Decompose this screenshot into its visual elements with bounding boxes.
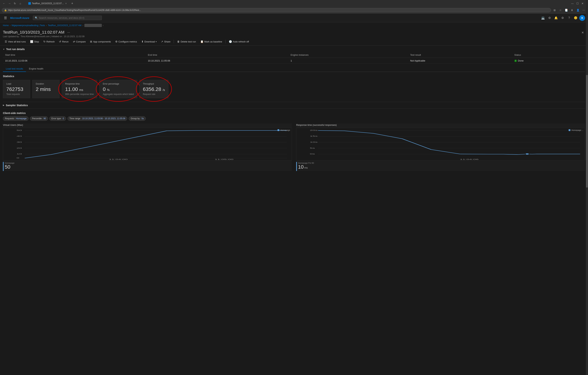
tab-nav: Load test results Engine health	[3, 66, 585, 72]
favorites-button[interactable]: ☆	[558, 8, 563, 13]
test-run-details-header[interactable]: ▼ Test run details	[3, 45, 585, 52]
filter-requests[interactable]: Requests : Homepage	[3, 116, 29, 121]
tab-load-test-results[interactable]: Load test results	[3, 66, 26, 72]
settings-button[interactable]: ⚙	[560, 15, 566, 21]
tab-close-button[interactable]: ✕	[65, 2, 67, 5]
sampler-label: Sampler Statistics	[6, 104, 28, 107]
collections-button[interactable]: 📑	[564, 8, 569, 13]
breadcrumb-blur: hidden	[84, 24, 102, 27]
reload-button[interactable]: ↻	[13, 1, 17, 6]
refresh-icon: ↻	[43, 40, 46, 43]
response-time-legend: Homepage ...	[568, 129, 583, 131]
response-time-metric-item: Homepage Pct 90 10 ms	[296, 162, 314, 171]
metric-label: Homepage	[5, 162, 14, 164]
action-toolbar: ☰ View all test runs ⬜ Stop ↻ Refresh ↺ …	[0, 38, 588, 45]
filter-time-range[interactable]: Time range : 10.10.2023, 11:03:06 - 10.1…	[67, 116, 127, 121]
global-search-bar[interactable]: 🔍	[33, 16, 102, 20]
table-row: 10.10.2023, 11:03:06 10.10.2023, 11:05:0…	[3, 58, 585, 64]
lock-icon: 🔒	[4, 9, 7, 11]
metric-unit-response: ms	[304, 166, 308, 169]
menu-button[interactable]: ☰	[3, 15, 8, 21]
filter-pills: Requests : Homepage Percentile : 90 Erro…	[3, 116, 585, 121]
new-tab-button[interactable]: +	[70, 1, 74, 6]
stat-card-error-percentage: Error percentage 0 % Aggregate requests …	[99, 80, 137, 98]
download-button[interactable]: ⬇	[569, 8, 575, 13]
breadcrumb: Home › fidgepowerproxyloadtesting | Test…	[0, 22, 588, 29]
response-time-chart-container: Response time (successful responses) Hom…	[296, 124, 585, 171]
view-all-button[interactable]: ☰ View all test runs	[3, 39, 28, 44]
stats-cards: Load 762753 Total requests Duration 2 mi…	[3, 80, 585, 98]
clock-icon: 🕐	[229, 40, 232, 43]
refresh-button[interactable]: ↻ Refresh	[42, 39, 57, 44]
more-options-button[interactable]: ⋯	[581, 8, 586, 13]
page-header: TestRun_10/10/2023_11:02:07 AM ··· Last …	[0, 29, 588, 38]
tab-favicon	[28, 2, 31, 5]
maximize-button[interactable]: ☐	[575, 1, 580, 6]
error-percentage-value: 0 %	[103, 86, 134, 92]
breadcrumb-sep-3: ›	[83, 24, 83, 27]
page-more-options-button[interactable]: ···	[66, 30, 71, 35]
svg-text:40: 40	[17, 135, 22, 137]
tab-bar: TestRun_10/10/2023_11:02:07 AM ✕ +	[24, 1, 569, 6]
load-sub: Total requests	[6, 93, 27, 96]
window-close-button[interactable]: ✕	[580, 1, 585, 6]
engine-instances-value: 1	[288, 58, 408, 64]
svg-point-24	[525, 153, 529, 155]
feedback-button[interactable]: 😊	[573, 15, 578, 21]
stop-button[interactable]: ⬜ Stop	[28, 39, 41, 44]
breadcrumb-home[interactable]: Home	[3, 24, 9, 27]
stat-card-throughput: Throughput 6356.28 /s Request rate	[139, 80, 168, 98]
extensions-button[interactable]: ⊞	[552, 8, 557, 13]
browser-chrome: ← → ↻ ⌂ TestRun_10/10/2023_11:02:07 AM ✕…	[0, 0, 588, 14]
home-button[interactable]: ⌂	[18, 1, 22, 6]
page-close-button[interactable]: ✕	[580, 30, 585, 35]
download-button[interactable]: ⬇ Download ▾	[140, 39, 159, 44]
mark-baseline-button[interactable]: 📋 Mark as baseline	[199, 39, 224, 44]
main-content: ▼ Test run details Start time End time E…	[0, 45, 588, 171]
delete-button[interactable]: 🗑 Delete test run	[175, 39, 198, 44]
tab-engine-health[interactable]: Engine health	[26, 66, 46, 72]
browser-controls: ← → ↻ ⌂	[2, 1, 22, 6]
filter-group-by[interactable]: Group by : 5s	[129, 116, 146, 121]
throughput-label: Throughput	[143, 83, 165, 85]
forward-button[interactable]: →	[7, 1, 12, 6]
breadcrumb-arrow: ›	[103, 24, 104, 27]
virtual-users-legend: Homepage	[277, 129, 290, 131]
col-status: Status	[512, 52, 585, 58]
status-value: ✓ Done	[512, 58, 585, 64]
compare-button[interactable]: ⇄ Compare	[71, 39, 87, 44]
active-tab[interactable]: TestRun_10/10/2023_11:02:07 AM ✕	[26, 1, 69, 6]
collapse-icon: ▼	[3, 48, 5, 50]
app-components-button[interactable]: ⊞ App components	[88, 39, 113, 44]
user-avatar[interactable]: B	[579, 15, 585, 21]
portal-settings-button[interactable]: ⚙	[547, 15, 552, 21]
duration-label: Duration	[36, 83, 56, 85]
svg-text:0s: 0s	[310, 153, 315, 155]
back-button[interactable]: ←	[2, 1, 6, 6]
azure-topnav: ☰ Microsoft Azure 🔍 💻 ⚙ 🔔 ⚙ ? 😊 B	[0, 14, 588, 22]
col-start-time: Start time	[3, 52, 146, 58]
profile-button[interactable]: 👤	[575, 8, 580, 13]
cloud-shell-button[interactable]: 💻	[540, 15, 546, 21]
scrollbar-thumb[interactable]	[586, 75, 588, 188]
help-button[interactable]: ?	[566, 15, 572, 21]
rerun-button[interactable]: ↺ Rerun	[57, 39, 70, 44]
col-engine-instances: Engine instances	[288, 52, 408, 58]
filter-percentile[interactable]: Percentile : 90	[30, 116, 48, 121]
address-bar[interactable]: 🔒 https://portal.azure.com/#view/Microso…	[2, 8, 551, 12]
minimize-button[interactable]: —	[570, 1, 575, 6]
breadcrumb-tests[interactable]: fidgepowerproxyloadtesting | Tests	[12, 24, 45, 27]
metric-bar-response	[296, 162, 297, 171]
response-time-sub: 90th percentile response time	[65, 93, 94, 96]
breadcrumb-run[interactable]: TestRun_10/10/2023_11:02:07 AM	[48, 24, 82, 27]
sampler-statistics-header[interactable]: ▶ Sampler Statistics	[3, 102, 585, 109]
rerun-icon: ↺	[59, 40, 61, 43]
global-search-input[interactable]	[39, 17, 100, 19]
share-button[interactable]: ↗ Share	[159, 39, 172, 44]
auto-refresh-button[interactable]: 🕐 Auto refresh off	[227, 39, 251, 44]
filter-error-type[interactable]: Error type : 0	[49, 116, 66, 121]
error-percentage-sub: Aggregate requests which failed	[103, 93, 134, 96]
configure-metrics-button[interactable]: ⚙ Configure metrics	[114, 39, 139, 44]
notifications-button[interactable]: 🔔	[553, 15, 559, 21]
col-end-time: End time	[146, 52, 289, 58]
